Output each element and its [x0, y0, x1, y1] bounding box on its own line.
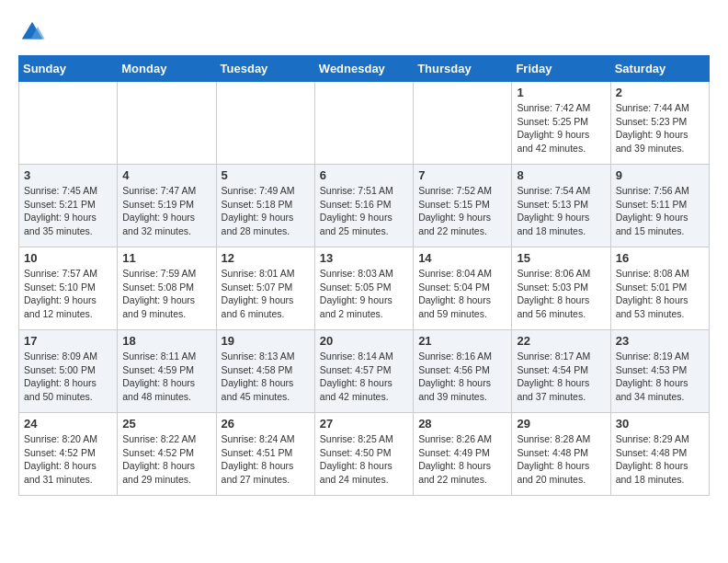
day-info: Sunrise: 8:24 AM Sunset: 4:51 PM Dayligh… — [222, 432, 310, 487]
day-info: Sunrise: 8:17 AM Sunset: 4:54 PM Dayligh… — [517, 350, 605, 404]
calendar-week-5: 24Sunrise: 8:20 AM Sunset: 4:52 PM Dayli… — [19, 413, 710, 496]
day-info: Sunrise: 8:06 AM Sunset: 5:03 PM Dayligh… — [517, 267, 605, 321]
day-info: Sunrise: 7:59 AM Sunset: 5:08 PM Dayligh… — [122, 267, 210, 321]
calendar-day-12: 12Sunrise: 8:01 AM Sunset: 5:07 PM Dayli… — [216, 247, 314, 330]
calendar-week-4: 17Sunrise: 8:09 AM Sunset: 5:00 PM Dayli… — [19, 330, 710, 413]
day-number: 5 — [222, 168, 310, 182]
calendar-week-3: 10Sunrise: 7:57 AM Sunset: 5:10 PM Dayli… — [19, 247, 710, 330]
day-number: 9 — [616, 168, 704, 182]
header-tuesday: Tuesday — [216, 56, 314, 82]
day-info: Sunrise: 7:42 AM Sunset: 5:25 PM Dayligh… — [517, 101, 605, 155]
calendar-empty — [314, 82, 413, 165]
day-info: Sunrise: 7:56 AM Sunset: 5:11 PM Dayligh… — [616, 184, 704, 238]
header-wednesday: Wednesday — [314, 56, 413, 82]
calendar-day-25: 25Sunrise: 8:22 AM Sunset: 4:52 PM Dayli… — [118, 413, 216, 496]
day-info: Sunrise: 7:45 AM Sunset: 5:21 PM Dayligh… — [24, 184, 112, 238]
header-thursday: Thursday — [414, 56, 512, 82]
day-number: 28 — [418, 417, 506, 431]
day-info: Sunrise: 8:04 AM Sunset: 5:04 PM Dayligh… — [418, 267, 506, 321]
calendar-day-9: 9Sunrise: 7:56 AM Sunset: 5:11 PM Daylig… — [610, 165, 709, 247]
calendar-day-11: 11Sunrise: 7:59 AM Sunset: 5:08 PM Dayli… — [118, 247, 216, 330]
calendar-day-2: 2Sunrise: 7:44 AM Sunset: 5:23 PM Daylig… — [610, 82, 709, 165]
calendar-day-19: 19Sunrise: 8:13 AM Sunset: 4:58 PM Dayli… — [216, 330, 314, 413]
day-info: Sunrise: 8:09 AM Sunset: 5:00 PM Dayligh… — [24, 350, 112, 404]
day-info: Sunrise: 7:51 AM Sunset: 5:16 PM Dayligh… — [320, 184, 408, 238]
day-number: 2 — [616, 86, 704, 99]
calendar: SundayMondayTuesdayWednesdayThursdayFrid… — [18, 55, 710, 496]
day-number: 30 — [616, 417, 704, 431]
day-number: 21 — [418, 334, 506, 348]
day-number: 19 — [222, 334, 310, 348]
calendar-day-13: 13Sunrise: 8:03 AM Sunset: 5:05 PM Dayli… — [314, 247, 413, 330]
calendar-header-row: SundayMondayTuesdayWednesdayThursdayFrid… — [19, 56, 710, 82]
calendar-day-15: 15Sunrise: 8:06 AM Sunset: 5:03 PM Dayli… — [512, 247, 610, 330]
day-number: 3 — [24, 168, 112, 182]
day-number: 22 — [517, 334, 605, 348]
calendar-week-2: 3Sunrise: 7:45 AM Sunset: 5:21 PM Daylig… — [19, 165, 710, 247]
day-number: 7 — [418, 168, 506, 182]
day-number: 13 — [320, 251, 408, 265]
calendar-day-6: 6Sunrise: 7:51 AM Sunset: 5:16 PM Daylig… — [314, 165, 413, 247]
day-info: Sunrise: 8:19 AM Sunset: 4:53 PM Dayligh… — [616, 350, 704, 404]
calendar-day-24: 24Sunrise: 8:20 AM Sunset: 4:52 PM Dayli… — [19, 413, 118, 496]
day-number: 27 — [320, 417, 408, 431]
calendar-day-26: 26Sunrise: 8:24 AM Sunset: 4:51 PM Dayli… — [216, 413, 314, 496]
calendar-day-20: 20Sunrise: 8:14 AM Sunset: 4:57 PM Dayli… — [314, 330, 413, 413]
header-friday: Friday — [512, 56, 610, 82]
day-info: Sunrise: 8:08 AM Sunset: 5:01 PM Dayligh… — [616, 267, 704, 321]
calendar-week-1: 1Sunrise: 7:42 AM Sunset: 5:25 PM Daylig… — [19, 82, 710, 165]
day-number: 14 — [418, 251, 506, 265]
day-info: Sunrise: 8:28 AM Sunset: 4:48 PM Dayligh… — [517, 432, 605, 487]
calendar-day-4: 4Sunrise: 7:47 AM Sunset: 5:19 PM Daylig… — [118, 165, 216, 247]
day-info: Sunrise: 7:49 AM Sunset: 5:18 PM Dayligh… — [222, 184, 310, 238]
logo — [18, 18, 50, 46]
calendar-day-17: 17Sunrise: 8:09 AM Sunset: 5:00 PM Dayli… — [19, 330, 118, 413]
day-number: 11 — [122, 251, 210, 265]
calendar-day-30: 30Sunrise: 8:29 AM Sunset: 4:48 PM Dayli… — [610, 413, 709, 496]
day-info: Sunrise: 7:54 AM Sunset: 5:13 PM Dayligh… — [517, 184, 605, 238]
day-number: 24 — [24, 417, 112, 431]
day-info: Sunrise: 8:11 AM Sunset: 4:59 PM Dayligh… — [122, 350, 210, 404]
calendar-day-18: 18Sunrise: 8:11 AM Sunset: 4:59 PM Dayli… — [118, 330, 216, 413]
day-info: Sunrise: 7:44 AM Sunset: 5:23 PM Dayligh… — [616, 101, 704, 155]
day-info: Sunrise: 8:13 AM Sunset: 4:58 PM Dayligh… — [222, 350, 310, 404]
day-info: Sunrise: 7:47 AM Sunset: 5:19 PM Dayligh… — [122, 184, 210, 238]
day-info: Sunrise: 8:16 AM Sunset: 4:56 PM Dayligh… — [418, 350, 506, 404]
calendar-day-5: 5Sunrise: 7:49 AM Sunset: 5:18 PM Daylig… — [216, 165, 314, 247]
day-number: 25 — [122, 417, 210, 431]
calendar-day-14: 14Sunrise: 8:04 AM Sunset: 5:04 PM Dayli… — [414, 247, 512, 330]
day-info: Sunrise: 8:01 AM Sunset: 5:07 PM Dayligh… — [222, 267, 310, 321]
calendar-empty — [19, 82, 118, 165]
day-number: 18 — [122, 334, 210, 348]
header-saturday: Saturday — [610, 56, 709, 82]
calendar-day-3: 3Sunrise: 7:45 AM Sunset: 5:21 PM Daylig… — [19, 165, 118, 247]
day-number: 16 — [616, 251, 704, 265]
header-monday: Monday — [118, 56, 216, 82]
day-info: Sunrise: 8:25 AM Sunset: 4:50 PM Dayligh… — [320, 432, 408, 487]
day-number: 10 — [24, 251, 112, 265]
day-number: 12 — [222, 251, 310, 265]
logo-icon — [18, 18, 46, 46]
calendar-day-1: 1Sunrise: 7:42 AM Sunset: 5:25 PM Daylig… — [512, 82, 610, 165]
calendar-day-27: 27Sunrise: 8:25 AM Sunset: 4:50 PM Dayli… — [314, 413, 413, 496]
day-number: 8 — [517, 168, 605, 182]
day-info: Sunrise: 8:29 AM Sunset: 4:48 PM Dayligh… — [616, 432, 704, 487]
day-number: 26 — [222, 417, 310, 431]
calendar-day-22: 22Sunrise: 8:17 AM Sunset: 4:54 PM Dayli… — [512, 330, 610, 413]
calendar-empty — [216, 82, 314, 165]
day-info: Sunrise: 8:26 AM Sunset: 4:49 PM Dayligh… — [418, 432, 506, 487]
calendar-day-28: 28Sunrise: 8:26 AM Sunset: 4:49 PM Dayli… — [414, 413, 512, 496]
day-number: 17 — [24, 334, 112, 348]
calendar-day-7: 7Sunrise: 7:52 AM Sunset: 5:15 PM Daylig… — [414, 165, 512, 247]
day-info: Sunrise: 7:57 AM Sunset: 5:10 PM Dayligh… — [24, 267, 112, 321]
day-number: 4 — [122, 168, 210, 182]
calendar-day-8: 8Sunrise: 7:54 AM Sunset: 5:13 PM Daylig… — [512, 165, 610, 247]
calendar-day-23: 23Sunrise: 8:19 AM Sunset: 4:53 PM Dayli… — [610, 330, 709, 413]
day-info: Sunrise: 8:03 AM Sunset: 5:05 PM Dayligh… — [320, 267, 408, 321]
page-header — [18, 18, 710, 46]
calendar-empty — [118, 82, 216, 165]
header-sunday: Sunday — [19, 56, 118, 82]
day-info: Sunrise: 7:52 AM Sunset: 5:15 PM Dayligh… — [418, 184, 506, 238]
calendar-day-10: 10Sunrise: 7:57 AM Sunset: 5:10 PM Dayli… — [19, 247, 118, 330]
calendar-day-21: 21Sunrise: 8:16 AM Sunset: 4:56 PM Dayli… — [414, 330, 512, 413]
